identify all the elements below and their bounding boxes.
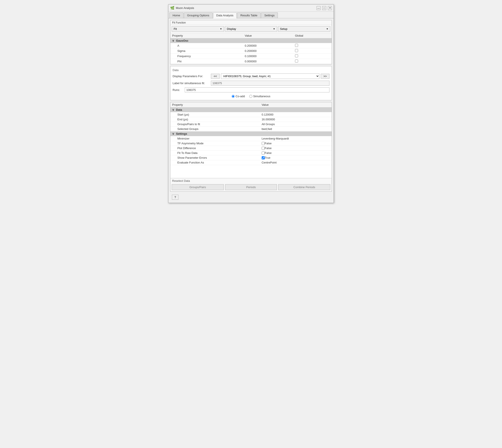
plot-diff-label: Plot Difference [170,146,260,151]
table-row: Selected Groups bwd,fwd [170,127,332,131]
fit-dropdown[interactable]: Fit ▼ [172,26,224,32]
prop-phi-label: Phi [170,59,243,64]
spacer-row [170,165,332,178]
app-icon: 🌿 [170,6,175,10]
tab-settings[interactable]: Settings [261,12,278,18]
simultaneous-input[interactable] [211,81,329,86]
start-us-label: Start (μs) [170,112,260,117]
setup-dropdown[interactable]: Setup ▼ [278,26,330,32]
prop-a-value[interactable]: 0.200000 [243,43,293,48]
plot-diff-value[interactable]: False [260,146,332,151]
plot-diff-checkbox[interactable] [262,147,265,150]
fit-raw-text: False [265,151,272,155]
minimizer-value: Levenberg-Marquardt [260,136,332,141]
coadd-radio-label[interactable]: Co-add [232,95,245,98]
global-checkbox-freq[interactable] [295,54,298,57]
fit-function-label: Fit Function [170,20,332,25]
display-label: Display [227,27,236,31]
help-button[interactable]: ? [172,195,179,200]
simultaneous-radio[interactable] [249,95,252,98]
combine-periods-button[interactable]: Combine Periods [278,184,330,190]
prev-button[interactable]: << [211,74,220,79]
simultaneous-label: Label for simultaneous fit: [173,81,210,85]
dataset-dropdown[interactable]: HIFI00108375; Group; bwd; Asym; #1 [221,73,319,79]
prop-freq-global[interactable] [293,54,332,59]
maximize-button[interactable]: □ [322,6,326,10]
runs-input[interactable] [185,87,329,93]
table-row: TF Asymmetry Mode False [170,141,332,146]
data-section-title: Data [173,68,329,72]
gausosc-label: ∨ GausOsc [170,38,332,43]
prop-sigma-value[interactable]: 0.200000 [243,48,293,54]
start-us-value: 0.120000 [260,112,332,117]
reselect-buttons-row: Groups/Pairs Periods Combine Periods [170,183,332,192]
fit-function-table: Property Value Global ∨ GausOsc A 0. [170,33,332,64]
prop-freq-value[interactable]: 0.100000 [243,54,293,59]
settings-chevron-icon: ∨ [172,132,174,135]
col-value: Value [243,33,293,38]
show-param-errors-checkbox[interactable] [262,156,265,159]
tab-home[interactable]: Home [169,12,183,18]
simultaneous-radio-label[interactable]: Simultaneous [249,95,270,98]
tf-asym-text: False [265,142,272,145]
simultaneous-row: Label for simultaneous fit: [173,81,329,86]
global-checkbox-sigma[interactable] [295,49,298,52]
gausosc-group-row: ∨ GausOsc [170,38,332,43]
fit-raw-checkbox[interactable] [262,152,265,155]
groups-pairs-button[interactable]: Groups/Pairs [172,184,224,190]
table-row: Groups/Pairs to fit All Groups [170,122,332,127]
help-row: ? [170,193,332,201]
reselect-label: Reselect Data [170,178,332,183]
minimize-button[interactable]: — [317,6,320,10]
prop-sigma-global[interactable] [293,48,332,54]
settings-group-label: ∨ Settings [170,131,332,136]
tf-asym-label: TF Asymmetry Mode [170,141,260,146]
periods-button[interactable]: Periods [225,184,277,190]
props-col-value: Value [260,102,332,108]
tf-asym-value[interactable]: False [260,141,332,146]
tab-data-analysis[interactable]: Data Analysis [213,12,237,18]
fit-toolbar: Fit ▼ Display ▼ Setup ▼ [170,25,332,33]
display-params-row: Display Parameters For: << HIFI00108375;… [173,73,329,79]
col-global: Global [293,33,332,38]
global-checkbox-phi[interactable] [295,60,298,63]
tab-results-table[interactable]: Results Table [237,12,260,18]
prop-a-label: A [170,43,243,48]
close-button[interactable]: ✕ [328,6,332,10]
fit-function-section: Fit Function Fit ▼ Display ▼ Setup ▼ [170,20,332,64]
next-button[interactable]: >> [321,74,329,79]
coadd-label: Co-add [236,95,245,98]
display-dropdown[interactable]: Display ▼ [225,26,277,32]
show-param-errors-value[interactable]: True [260,155,332,160]
setup-arrow-icon: ▼ [326,28,328,30]
tab-bar: Home Grouping Options Data Analysis Resu… [168,12,334,18]
tab-grouping-options[interactable]: Grouping Options [184,12,213,18]
runs-row: Runs: [173,87,329,93]
fit-raw-value[interactable]: False [260,151,332,155]
prop-a-global[interactable] [293,43,332,48]
settings-group-row: ∨ Settings [170,131,332,136]
table-row: Evaluate Function As CentrePoint [170,160,332,165]
coadd-radio[interactable] [232,95,235,98]
title-bar-controls: — □ ✕ [317,6,332,10]
selected-groups-value: bwd,fwd [260,127,332,131]
prop-phi-value[interactable]: 0.000000 [243,59,293,64]
show-param-errors-label: Show Parameter Errors [170,155,260,160]
props-col-property: Property [170,102,260,108]
evaluate-func-label: Evaluate Function As [170,160,260,165]
title-bar: 🌿 Muon Analysis — □ ✕ [168,5,334,12]
minimizer-label: Minimizer [170,136,260,141]
prop-sigma-label: Sigma [170,48,243,54]
data-chevron-icon: ∨ [172,108,174,112]
fit-raw-label: Fit To Raw Data [170,151,260,155]
end-us-value: 16.000000 [260,117,332,122]
col-property: Property [170,33,243,38]
table-row: Fit To Raw Data False [170,151,332,155]
table-row: Start (μs) 0.120000 [170,112,332,117]
table-row: A 0.200000 [170,43,332,48]
prop-phi-global[interactable] [293,59,332,64]
global-checkbox-a[interactable] [295,44,298,47]
fit-arrow-icon: ▼ [220,28,222,30]
selected-groups-label: Selected Groups [170,127,260,131]
tf-asym-checkbox[interactable] [262,142,265,145]
